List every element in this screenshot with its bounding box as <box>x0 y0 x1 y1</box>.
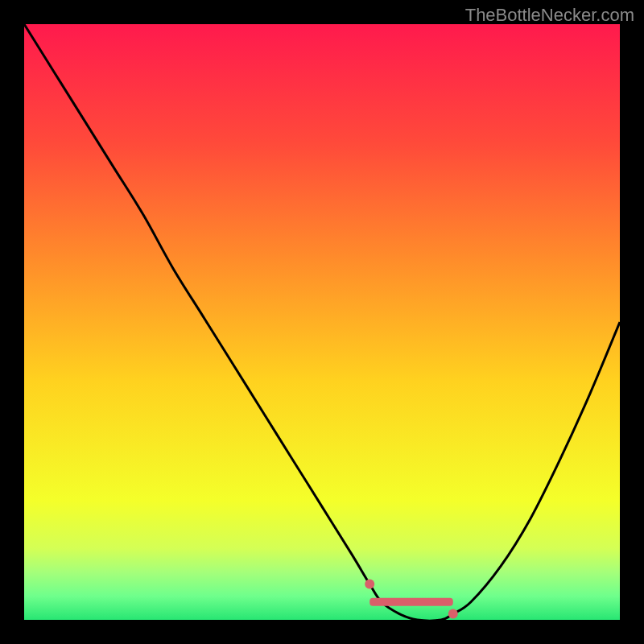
marker-dot <box>365 580 374 589</box>
optimal-range-bar <box>369 598 453 606</box>
attribution-text: TheBottleNecker.com <box>465 5 634 26</box>
chart-area <box>24 24 620 620</box>
marker-dot <box>448 609 458 619</box>
bottleneck-curve <box>24 24 620 620</box>
curve-layer <box>24 24 620 620</box>
